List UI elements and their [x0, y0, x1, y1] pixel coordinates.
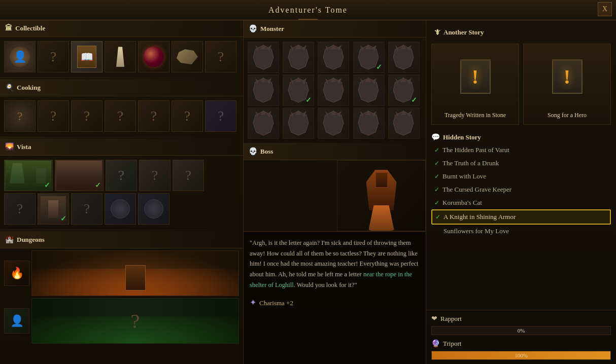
dungeon-thumb2[interactable]: 👤 — [4, 308, 29, 334]
story-list-item-1[interactable]: ✓ The Truth of a Drunk — [431, 157, 611, 170]
check-icon-0: ✓ — [434, 147, 439, 154]
list-item[interactable]: ✓ — [55, 160, 104, 191]
list-item[interactable]: ✓ — [388, 75, 420, 106]
boss-image — [337, 160, 426, 231]
window-title: Adventurer's Tome — [268, 6, 348, 15]
dialog-reward: ✦ Charisma +2 — [250, 296, 420, 309]
list-item[interactable] — [172, 41, 203, 72]
vista-grid: ✓ ✓ ? ? ? — [0, 156, 243, 229]
list-item[interactable] — [388, 107, 420, 139]
monster-icon: 💀 — [249, 24, 257, 33]
close-button[interactable]: X — [598, 2, 612, 16]
story-list-item-3[interactable]: ✓ The Cursed Grave Keeper — [431, 183, 611, 196]
list-item[interactable] — [388, 42, 420, 73]
cooking-header: 🍳 Cooking — [0, 79, 243, 96]
dungeon-thumb[interactable]: 🔥 — [4, 261, 29, 286]
list-item[interactable]: ? — [38, 41, 69, 72]
check-icon-4: ✓ — [434, 199, 439, 207]
story-list-item-4[interactable]: ✓ Korumba's Cat — [431, 196, 611, 209]
story-card-icon-2: ! — [552, 59, 583, 94]
list-item[interactable]: ? — [4, 193, 36, 225]
story-list-item-5[interactable]: ✓ A Knight in Shining Armor — [431, 209, 611, 225]
cooking-icon: 🍳 — [5, 83, 14, 92]
list-item[interactable] — [353, 75, 385, 106]
list-item[interactable]: ? — [205, 41, 236, 72]
story-card-tragedy[interactable]: ! Tragedy Written in Stone — [431, 44, 519, 125]
story-list-item-2[interactable]: ✓ Burnt with Love — [431, 170, 611, 183]
story-cards: ! Tragedy Written in Stone ! Song for a … — [431, 44, 611, 125]
triport-icon: 🔮 — [431, 339, 440, 348]
list-item[interactable] — [318, 75, 349, 106]
list-item[interactable] — [318, 42, 349, 73]
list-item[interactable] — [138, 41, 169, 72]
dungeons-header: 🏰 Dungeons — [0, 231, 243, 248]
check-icon-5: ✓ — [435, 213, 440, 221]
another-story-header: 🗡 Another Story — [431, 25, 611, 40]
list-item[interactable]: 📖 — [71, 41, 102, 72]
dungeon-banner2[interactable]: ? — [31, 298, 239, 344]
list-item[interactable]: ? — [106, 160, 137, 191]
check-icon-2: ✓ — [434, 173, 439, 180]
list-item[interactable]: ? — [173, 160, 204, 191]
list-item[interactable] — [138, 193, 169, 225]
story-item-label-4: Korumba's Cat — [442, 199, 482, 207]
list-item[interactable] — [248, 42, 279, 73]
list-item[interactable]: ? — [38, 100, 69, 132]
list-item[interactable]: ? — [71, 193, 102, 225]
list-item[interactable] — [283, 107, 314, 139]
rapport-bar-container: 0% — [431, 326, 611, 335]
story-card-hero[interactable]: ! Song for a Hero — [523, 44, 611, 125]
list-item[interactable]: ✓ — [283, 75, 314, 106]
dungeon-banner[interactable] — [31, 250, 239, 296]
story-list-item-0[interactable]: ✓ The Hidden Past of Varut — [431, 143, 611, 157]
list-item[interactable]: ? — [139, 160, 170, 191]
hidden-story-header: 💬 Hidden Story — [431, 133, 611, 141]
list-item[interactable] — [105, 41, 136, 72]
story-list-item-6[interactable]: Sunflowers for My Love — [431, 225, 611, 238]
list-item[interactable]: ? — [172, 100, 203, 132]
list-item[interactable]: ? — [138, 100, 169, 132]
list-item[interactable] — [318, 107, 349, 139]
monster-label: Monster — [260, 25, 284, 33]
boss-header: 💀 Boss — [244, 143, 426, 160]
list-item[interactable] — [353, 107, 385, 139]
cooking-label: Cooking — [17, 84, 41, 92]
story-item-label-5: A Knight in Shining Armor — [443, 213, 516, 221]
left-panel: 🏛 Collectible 👤 ? 📖 — [0, 20, 244, 364]
another-story-section: 🗡 Another Story ! Tragedy Written in Sto… — [426, 20, 616, 130]
title-bar: Adventurer's Tome X — [0, 0, 616, 20]
list-item[interactable] — [283, 42, 314, 73]
story-list: ✓ The Hidden Past of Varut ✓ The Truth o… — [431, 143, 611, 238]
another-story-icon: 🗡 — [433, 28, 440, 37]
list-item[interactable]: 👤 — [4, 41, 36, 72]
dialog-box: "Argh, is it the letter again? I'm sick … — [244, 231, 426, 364]
vista-items-row2: ? ✓ ? — [4, 193, 239, 225]
collectible-header: 🏛 Collectible — [0, 20, 243, 37]
list-item[interactable]: ✓ — [353, 42, 385, 73]
list-item[interactable] — [105, 193, 136, 225]
triport-bar-container: 100% — [431, 351, 611, 360]
list-item[interactable]: ? — [205, 100, 236, 132]
dungeon-item: 👤 ? — [4, 298, 239, 344]
list-item[interactable]: ✓ — [38, 193, 69, 225]
list-item[interactable] — [248, 107, 279, 139]
dungeons-label: Dungeons — [17, 236, 45, 244]
list-item[interactable]: ? — [105, 100, 136, 132]
dialog-text-after: . Would you look for it?" — [294, 281, 357, 288]
cooking-grid: ? ? ? ? ? ? ? — [0, 96, 243, 136]
list-item[interactable]: ? — [71, 100, 102, 132]
story-item-label-3: The Cursed Grave Keeper — [442, 186, 511, 194]
middle-panel: 💀 Monster ✓ — [244, 20, 426, 364]
dungeon-item: 🔥 — [4, 250, 239, 296]
section-divider — [0, 78, 243, 78]
list-item[interactable] — [248, 75, 279, 106]
list-item[interactable]: ? — [4, 100, 36, 132]
triport-progress-bar: 100% — [431, 351, 611, 360]
rapport-label: Rapport — [440, 315, 481, 323]
story-item-label-1: The Truth of a Drunk — [442, 159, 499, 167]
story-item-label-2: Burnt with Love — [442, 172, 486, 180]
story-card-label-1: Tragedy Written in Stone — [442, 112, 508, 119]
vista-header: 🌄 Vista — [0, 138, 243, 156]
story-item-label-6: Sunflowers for My Love — [443, 227, 509, 235]
list-item[interactable]: ✓ — [4, 160, 53, 191]
